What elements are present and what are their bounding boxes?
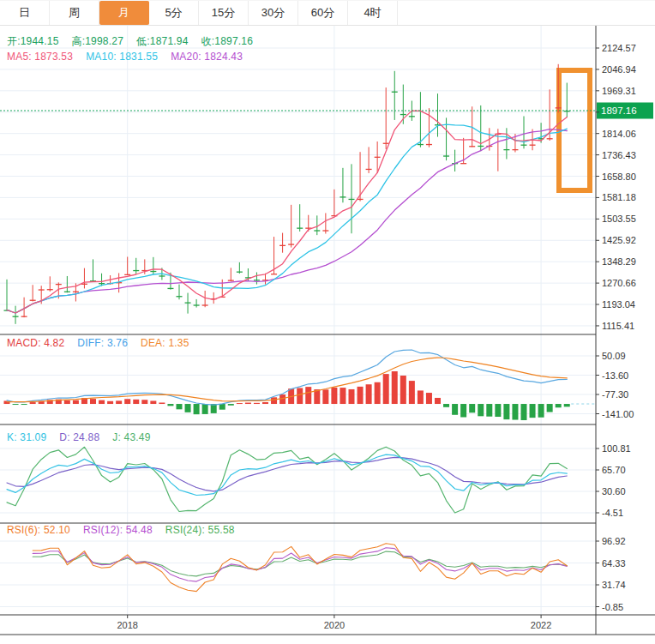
tab-4hour[interactable]: 4时 xyxy=(348,1,398,25)
tab-30min[interactable]: 30分 xyxy=(249,1,298,25)
svg-text:64.33: 64.33 xyxy=(602,558,626,569)
svg-text:1193.04: 1193.04 xyxy=(602,299,635,310)
candlesticks xyxy=(4,64,570,324)
tab-5min[interactable]: 5分 xyxy=(149,1,199,25)
svg-text:2124.57: 2124.57 xyxy=(602,43,636,53)
svg-text:1814.06: 1814.06 xyxy=(602,129,636,139)
svg-text:100.81: 100.81 xyxy=(602,443,631,454)
svg-text:1658.80: 1658.80 xyxy=(602,172,636,182)
tab-day[interactable]: 日 xyxy=(0,1,50,25)
svg-text:1581.18: 1581.18 xyxy=(602,192,636,202)
svg-text:2046.94: 2046.94 xyxy=(602,64,636,75)
svg-text:1736.43: 1736.43 xyxy=(602,150,636,160)
svg-text:-141.00: -141.00 xyxy=(602,409,634,419)
svg-text:30.60: 30.60 xyxy=(602,486,626,497)
tab-60min[interactable]: 60分 xyxy=(298,1,348,25)
grid-lines xyxy=(0,26,596,615)
chart-app: 日周月5分15分30分60分4时 1897.162124.572046.9419… xyxy=(0,0,655,644)
current-price-tag-text: 1897.16 xyxy=(601,105,637,116)
svg-text:1348.29: 1348.29 xyxy=(602,256,636,267)
rsi-plot xyxy=(33,544,567,592)
chart-canvas[interactable]: 1897.162124.572046.941969.311814.061736.… xyxy=(0,26,655,644)
tab-month[interactable]: 月 xyxy=(99,1,149,25)
chart-area: 1897.162124.572046.941969.311814.061736.… xyxy=(0,26,655,644)
svg-text:65.70: 65.70 xyxy=(602,465,626,475)
svg-text:2022: 2022 xyxy=(531,620,551,630)
svg-text:50.09: 50.09 xyxy=(602,351,626,361)
svg-text:1115.41: 1115.41 xyxy=(602,321,634,331)
tab-week[interactable]: 周 xyxy=(50,1,99,25)
svg-text:1425.92: 1425.92 xyxy=(602,235,636,245)
svg-text:1969.31: 1969.31 xyxy=(602,86,636,96)
period-toolbar: 日周月5分15分30分60分4时 xyxy=(0,0,655,26)
macd-plot xyxy=(4,350,597,420)
svg-text:1270.66: 1270.66 xyxy=(602,278,636,288)
svg-text:31.74: 31.74 xyxy=(602,580,626,590)
y-axis-labels: 2124.572046.941969.311814.061736.431658.… xyxy=(596,43,636,612)
svg-text:2018: 2018 xyxy=(117,620,137,630)
svg-text:-13.60: -13.60 xyxy=(602,370,628,381)
svg-text:2020: 2020 xyxy=(324,620,345,630)
svg-text:-4.51: -4.51 xyxy=(602,508,623,518)
tab-15min[interactable]: 15分 xyxy=(199,1,249,25)
svg-text:-0.85: -0.85 xyxy=(602,602,623,612)
kdj-plot xyxy=(7,447,567,513)
svg-text:96.92: 96.92 xyxy=(602,536,626,546)
svg-text:1503.55: 1503.55 xyxy=(602,214,636,224)
x-axis-labels: 201820202022 xyxy=(117,615,551,630)
svg-text:-77.30: -77.30 xyxy=(602,389,628,400)
